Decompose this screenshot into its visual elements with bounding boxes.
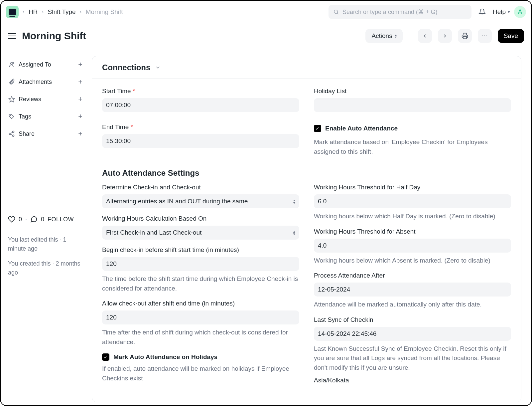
start-time-input[interactable]: 07:00:00	[102, 98, 299, 112]
svg-point-7	[13, 131, 14, 133]
sync-label: Last Sync of Checkin	[314, 316, 511, 323]
sidebar-item-attachments[interactable]: Attachments +	[8, 73, 82, 91]
svg-point-6	[10, 115, 11, 116]
sidebar-item-assigned-to[interactable]: Assigned To +	[8, 56, 82, 73]
svg-line-10	[11, 132, 13, 133]
next-button[interactable]	[438, 29, 452, 43]
process-input[interactable]: 12-05-2024	[314, 283, 511, 297]
sync-desc: Last Known Successful Sync of Employee C…	[314, 344, 511, 373]
avatar[interactable]: A	[514, 6, 526, 18]
share-icon	[8, 130, 15, 137]
svg-rect-2	[463, 37, 466, 39]
meta-edited: You last edited this · 1 minute ago	[8, 235, 82, 253]
brand-logo[interactable]	[6, 6, 19, 18]
print-button[interactable]	[458, 29, 472, 43]
section-connections[interactable]: Connections	[92, 56, 521, 79]
svg-point-0	[334, 10, 338, 14]
breadcrumb-hr[interactable]: HR	[29, 8, 38, 16]
notifications-button[interactable]	[475, 5, 489, 19]
half-label: Working Hours Threshold for Half Day	[314, 184, 511, 191]
page-header: Morning Shift Actions ▴▾ ··· Save	[1, 23, 531, 49]
chevron-right-icon: ›	[80, 8, 82, 15]
sidebar: Assigned To + Attachments + Reviews + Ta…	[1, 49, 90, 405]
svg-point-4	[13, 62, 14, 63]
sync-input[interactable]: 14-05-2024 22:45:46	[314, 327, 511, 341]
likes-count: 0	[19, 216, 22, 223]
help-menu[interactable]: Help ▾	[493, 8, 510, 16]
svg-line-11	[11, 134, 13, 135]
form-card: Connections Start Time * 07:00:00 End Ti…	[92, 56, 521, 402]
svg-point-8	[9, 133, 11, 135]
plus-icon[interactable]: +	[78, 78, 82, 86]
enable-auto-checkbox[interactable]: ✓	[314, 125, 321, 132]
chevron-right-icon: ›	[23, 8, 25, 15]
enable-auto-desc: Mark attendance based on 'Employee Check…	[314, 137, 511, 156]
plus-icon[interactable]: +	[78, 60, 82, 69]
svg-line-1	[337, 13, 338, 14]
updown-icon: ▴▾	[293, 230, 295, 235]
search-placeholder: Search or type a command (⌘ + G)	[342, 8, 438, 16]
follow-bar: 0 · 0 FOLLOW	[8, 216, 82, 223]
sidebar-item-share[interactable]: Share +	[8, 125, 82, 142]
process-label: Process Attendance After	[314, 272, 511, 279]
mark-holidays-desc: If enabled, auto attendance will be mark…	[102, 364, 299, 383]
plus-icon[interactable]: +	[78, 129, 82, 138]
start-time-label: Start Time *	[102, 88, 299, 95]
breadcrumb-shift-type[interactable]: Shift Type	[48, 8, 75, 16]
comments-count: 0	[41, 216, 44, 223]
end-time-label: End Time *	[102, 123, 299, 131]
prev-button[interactable]	[418, 29, 432, 43]
svg-marker-5	[9, 97, 15, 102]
more-button[interactable]: ···	[478, 29, 492, 43]
chevron-right-icon: ›	[42, 8, 44, 15]
heart-icon[interactable]	[8, 216, 15, 223]
begin-label: Begin check-in before shift start time (…	[102, 246, 299, 254]
holiday-list-input[interactable]	[314, 98, 511, 112]
printer-icon	[462, 33, 468, 39]
allow-label: Allow check-out after shift end time (in…	[102, 300, 299, 307]
absent-label: Working Hours Threshold for Absent	[314, 228, 511, 235]
determine-select[interactable]: Alternating entries as IN and OUT during…	[102, 194, 299, 208]
begin-desc: The time before the shift start time dur…	[102, 274, 299, 293]
comment-icon[interactable]	[30, 216, 38, 223]
end-time-input[interactable]: 15:30:00	[102, 134, 299, 148]
tag-icon	[8, 113, 15, 120]
chevron-down-icon	[155, 65, 161, 71]
section-auto-attendance: Auto Attendance Settings	[92, 165, 521, 184]
mark-holidays-checkbox[interactable]: ✓	[102, 353, 109, 361]
absent-input[interactable]: 4.0	[314, 239, 511, 253]
determine-label: Determine Check-in and Check-out	[102, 184, 299, 191]
allow-input[interactable]: 120	[102, 310, 299, 324]
svg-point-9	[13, 135, 14, 136]
topbar: › HR › Shift Type › Morning Shift Search…	[1, 1, 531, 23]
allow-desc: Time after the end of shift during which…	[102, 328, 299, 347]
holiday-list-label: Holiday List	[314, 88, 511, 95]
plus-icon[interactable]: +	[78, 95, 82, 103]
page-title: Morning Shift	[22, 30, 86, 42]
half-input[interactable]: 6.0	[314, 194, 511, 208]
chevron-down-icon: ▾	[508, 9, 510, 14]
updown-icon: ▴▾	[293, 199, 295, 204]
meta-created: You created this · 2 months ago	[8, 259, 82, 277]
follow-button[interactable]: FOLLOW	[48, 216, 74, 223]
begin-input[interactable]: 120	[102, 257, 299, 271]
star-icon	[8, 96, 15, 102]
save-button[interactable]: Save	[498, 29, 524, 43]
paperclip-icon	[8, 79, 15, 85]
updown-icon: ▴▾	[395, 34, 397, 38]
half-desc: Working hours below which Half Day is ma…	[314, 212, 511, 221]
menu-toggle[interactable]	[8, 33, 16, 39]
actions-button[interactable]: Actions ▴▾	[365, 29, 402, 43]
sidebar-item-reviews[interactable]: Reviews +	[8, 91, 82, 108]
calc-select[interactable]: First Check-in and Last Check-out ▴▾	[102, 226, 299, 240]
sidebar-item-tags[interactable]: Tags +	[8, 108, 82, 125]
bell-icon	[478, 8, 486, 16]
breadcrumb-current: Morning Shift	[86, 8, 123, 16]
process-desc: Attendance will be marked automatically …	[314, 300, 511, 309]
search-icon	[333, 9, 339, 15]
timezone: Asia/Kolkata	[314, 376, 511, 385]
plus-icon[interactable]: +	[78, 112, 82, 121]
user-icon	[8, 61, 15, 68]
ellipsis-icon: ···	[482, 33, 488, 39]
search-input[interactable]: Search or type a command (⌘ + G)	[329, 5, 471, 19]
